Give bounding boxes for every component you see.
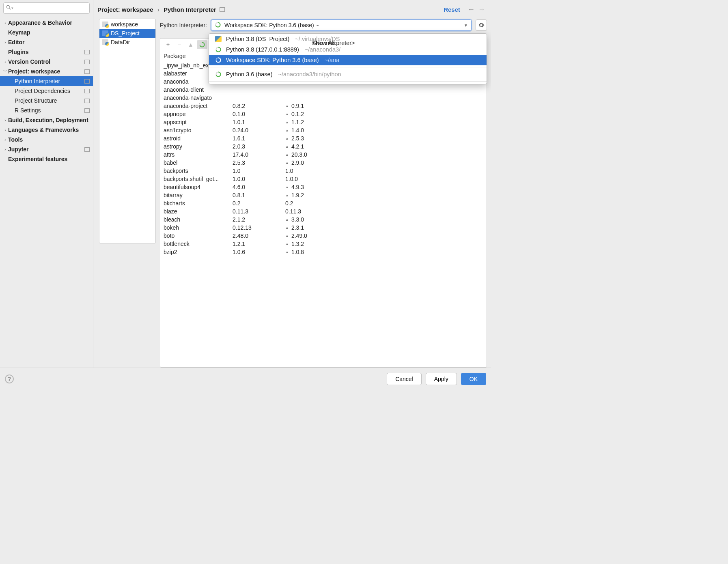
package-row[interactable]: bitarray0.8.1▲1.9.2	[160, 191, 487, 199]
package-name: anaconda-navigato	[164, 95, 233, 101]
sidebar-item-label: Python Interpreter	[15, 78, 83, 84]
upgrade-available-icon: ▲	[285, 136, 289, 140]
interpreter-option[interactable]: Workspace SDK: Python 3.6 (base)~/ana	[209, 55, 487, 65]
package-row[interactable]: anaconda-project0.8.2▲0.9.1	[160, 102, 487, 110]
sidebar-item-project-structure[interactable]: Project Structure	[0, 96, 93, 105]
package-name: anaconda-project	[164, 103, 233, 109]
package-row[interactable]: appnope0.1.0▲0.1.2	[160, 110, 487, 118]
project-scope-icon	[220, 7, 225, 12]
package-row[interactable]: bkcharts0.20.2	[160, 199, 487, 207]
sidebar-item-editor[interactable]: ›Editor	[0, 37, 93, 47]
search-input[interactable]	[3, 2, 90, 14]
package-version: 4.6.0	[233, 184, 285, 190]
cancel-button[interactable]: Cancel	[387, 373, 422, 385]
package-row[interactable]: backports1.01.0	[160, 167, 487, 175]
ring-progress-icon	[199, 41, 205, 48]
project-tree-item[interactable]: DataDir	[99, 38, 155, 47]
package-latest: 1.0.0	[285, 176, 483, 182]
interpreter-show-all[interactable]: Show All...	[306, 34, 482, 52]
remove-package-button[interactable]: −	[174, 40, 185, 49]
sidebar-item-project-workspace[interactable]: ﹀Project: workspace	[0, 67, 93, 76]
package-row[interactable]: bzip21.0.6▲1.0.8	[160, 248, 487, 256]
apply-button[interactable]: Apply	[426, 373, 457, 385]
package-row[interactable]: anaconda-navigato	[160, 94, 487, 102]
plus-icon: ＋	[165, 41, 171, 48]
ok-button[interactable]: OK	[461, 373, 486, 385]
interpreter-dropdown[interactable]: Workspace SDK: Python 3.6 (base) ~ ▼	[211, 19, 472, 31]
forward-arrow-icon[interactable]: →	[476, 5, 487, 14]
project-tree-item[interactable]: DS_Project	[99, 29, 155, 38]
sidebar-item-appearance-behavior[interactable]: ›Appearance & Behavior	[0, 18, 93, 28]
refresh-packages-button[interactable]	[197, 40, 207, 49]
package-version: 1.0	[233, 168, 285, 174]
package-row[interactable]: bottleneck1.2.1▲1.3.2	[160, 240, 487, 248]
sidebar-item-languages-frameworks[interactable]: ›Languages & Frameworks	[0, 125, 93, 135]
gear-icon	[478, 22, 485, 28]
package-row[interactable]: boto2.48.0▲2.49.0	[160, 232, 487, 240]
svg-point-0	[6, 5, 9, 8]
package-row[interactable]: beautifulsoup44.6.0▲4.9.3	[160, 183, 487, 191]
sidebar-item-r-settings[interactable]: R Settings	[0, 105, 93, 115]
breadcrumb-separator-icon: ›	[157, 6, 159, 13]
reset-link[interactable]: Reset	[444, 6, 460, 13]
package-latest: ▲4.9.3	[285, 184, 483, 190]
back-arrow-icon[interactable]: ←	[466, 5, 476, 14]
upgrade-available-icon: ▲	[285, 193, 289, 197]
interpreter-settings: Python Interpreter: Workspace SDK: Pytho…	[160, 19, 487, 368]
package-row[interactable]: bokeh0.12.13▲2.3.1	[160, 224, 487, 232]
sidebar-item-version-control[interactable]: ›Version Control	[0, 57, 93, 67]
sidebar-item-label: Project: workspace	[8, 68, 83, 75]
sidebar-item-keymap[interactable]: Keymap	[0, 28, 93, 37]
package-row[interactable]: blaze0.11.30.11.3	[160, 207, 487, 215]
add-package-button[interactable]: ＋	[163, 40, 173, 49]
search-history-chevron-icon[interactable]: ▾	[11, 6, 13, 10]
package-version: 1.0.0	[233, 176, 285, 182]
project-scope-icon	[84, 60, 90, 64]
breadcrumb: Project: workspace › Python Interpreter	[97, 6, 216, 13]
package-latest-value: 1.1.2	[291, 119, 304, 125]
ring-progress-icon	[215, 71, 222, 77]
package-version: 1.6.1	[233, 135, 285, 142]
interpreter-option[interactable]: Python 3.6 (base)~/anaconda3/bin/python	[209, 69, 487, 80]
interpreter-settings-gear-button[interactable]	[476, 19, 487, 31]
package-row[interactable]: appscript1.0.1▲1.1.2	[160, 118, 487, 126]
package-version: 0.11.3	[233, 208, 285, 215]
package-version: 2.1.2	[233, 216, 285, 223]
package-name: bottleneck	[164, 241, 233, 247]
sidebar-item-plugins[interactable]: Plugins	[0, 47, 93, 57]
package-name: astropy	[164, 143, 233, 150]
package-row[interactable]: attrs17.4.0▲20.3.0	[160, 151, 487, 159]
help-button[interactable]: ?	[5, 375, 14, 383]
project-tree-item[interactable]: workspace	[99, 20, 155, 29]
package-latest: ▲4.2.1	[285, 143, 483, 150]
chevron-right-icon: ›	[2, 128, 8, 132]
package-row[interactable]: anaconda-client	[160, 86, 487, 94]
package-name: asn1crypto	[164, 127, 233, 133]
triangle-up-icon: ▲	[188, 41, 194, 48]
interpreter-option-path: ~/ana	[325, 57, 340, 63]
sidebar-item-tools[interactable]: ›Tools	[0, 135, 93, 144]
package-row[interactable]: babel2.5.3▲2.9.0	[160, 159, 487, 167]
upgrade-available-icon: ▲	[285, 112, 289, 116]
sidebar-item-python-interpreter[interactable]: Python Interpreter	[0, 76, 93, 86]
sidebar-item-project-dependencies[interactable]: Project Dependencies	[0, 86, 93, 96]
package-row[interactable]: astroid1.6.1▲2.5.3	[160, 134, 487, 142]
breadcrumb-root[interactable]: Project: workspace	[97, 6, 153, 13]
package-name: blaze	[164, 208, 233, 215]
sidebar-item-jupyter[interactable]: ›Jupyter	[0, 144, 93, 154]
sidebar-item-label: Editor	[8, 39, 90, 45]
upgrade-available-icon: ▲	[285, 185, 289, 189]
package-row[interactable]: astropy2.0.3▲4.2.1	[160, 142, 487, 151]
chevron-down-icon: ﹀	[2, 69, 8, 74]
project-tree-panel: workspaceDS_ProjectDataDir	[99, 19, 156, 243]
package-name: backports.shutil_get...	[164, 176, 233, 182]
package-row[interactable]: bleach2.1.2▲3.3.0	[160, 215, 487, 224]
package-name: backports	[164, 168, 233, 174]
sidebar-item-build-execution-deployment[interactable]: ›Build, Execution, Deployment	[0, 115, 93, 125]
package-row[interactable]: backports.shutil_get...1.0.01.0.0	[160, 175, 487, 183]
upgrade-package-button[interactable]: ▲	[185, 40, 196, 49]
project-scope-icon	[84, 50, 90, 54]
package-latest: ▲2.9.0	[285, 159, 483, 166]
sidebar-item-experimental-features[interactable]: Experimental features	[0, 154, 93, 164]
package-row[interactable]: asn1crypto0.24.0▲1.4.0	[160, 126, 487, 134]
